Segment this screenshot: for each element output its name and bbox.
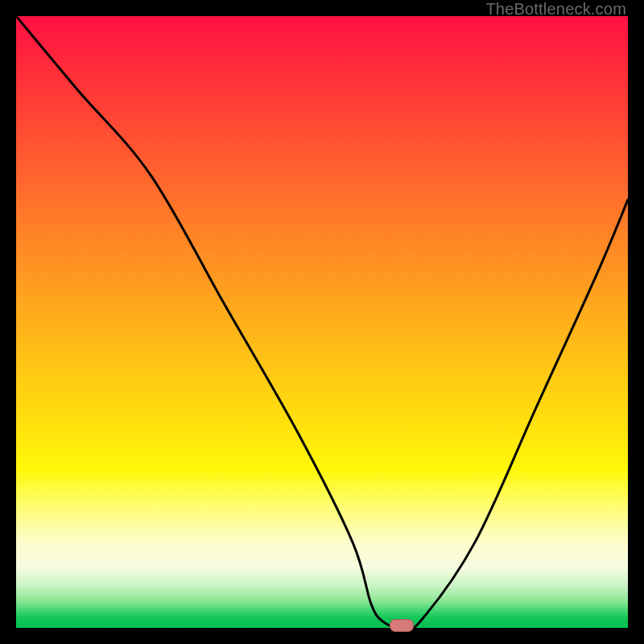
curve-svg xyxy=(16,16,628,628)
chart-frame: TheBottleneck.com xyxy=(0,0,644,644)
bottleneck-curve xyxy=(16,16,628,628)
plot-area xyxy=(16,16,628,628)
optimal-marker xyxy=(390,619,414,632)
